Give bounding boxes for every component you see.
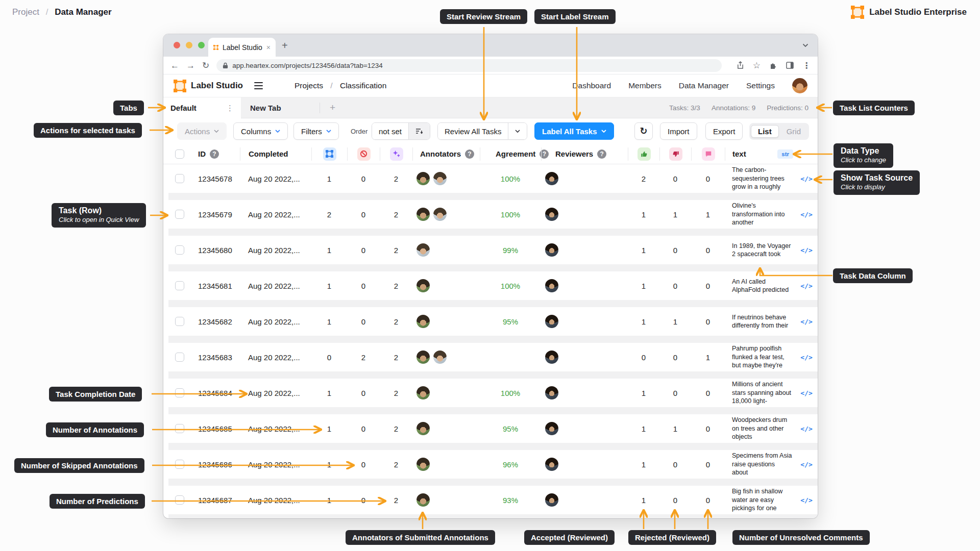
table-row[interactable]: 12345681Aug 20 2022,...102100%100An AI c… [168, 271, 818, 300]
header-agreement[interactable]: Agreement ? [480, 147, 541, 161]
task-source-icon[interactable]: </> [796, 236, 817, 264]
breadcrumb-project[interactable]: Project [12, 7, 39, 17]
reviewer-avatar[interactable] [544, 457, 559, 472]
share-icon[interactable] [737, 61, 744, 69]
browser-tab[interactable]: Label Studio × [208, 38, 276, 57]
grid-view-button[interactable]: Grid [780, 126, 807, 137]
nav-dashboard[interactable]: Dashboard [572, 81, 611, 90]
task-id-cell[interactable]: 12345684 [191, 379, 240, 407]
annotator-avatar[interactable] [415, 492, 431, 508]
annotations-count-cell[interactable]: 1 [311, 271, 347, 300]
header-id[interactable]: ID ? [191, 147, 240, 161]
hamburger-menu-icon[interactable] [254, 82, 263, 89]
task-source-icon[interactable]: </> [796, 200, 817, 229]
tab-list-chevron-icon[interactable] [802, 40, 808, 49]
help-icon[interactable]: ? [597, 149, 606, 159]
completed-date-cell[interactable]: Aug 20 2022,... [240, 414, 311, 443]
extension-icon[interactable] [769, 61, 777, 69]
task-id-cell[interactable]: 12345682 [191, 307, 240, 336]
tab-default[interactable]: Default ⋮ [163, 97, 241, 118]
reviewer-avatar[interactable] [544, 385, 559, 400]
task-id-cell[interactable]: 12345679 [191, 200, 240, 229]
skipped-count-cell[interactable]: 0 [347, 271, 380, 300]
label-options-chevron-icon[interactable] [601, 130, 606, 133]
help-icon[interactable]: ? [210, 149, 219, 159]
task-id-cell[interactable]: 12345683 [191, 343, 240, 371]
predictions-count-cell[interactable]: 2 [380, 271, 412, 300]
data-type-badge[interactable]: str [777, 149, 793, 159]
header-predictions-count[interactable] [380, 147, 412, 161]
skipped-count-cell[interactable]: 2 [347, 343, 380, 371]
skipped-count-cell[interactable]: 0 [347, 200, 380, 229]
user-avatar[interactable] [792, 78, 807, 93]
predictions-count-cell[interactable]: 2 [380, 486, 412, 514]
task-source-icon[interactable]: </> [796, 414, 817, 443]
predictions-count-cell[interactable]: 2 [380, 200, 412, 229]
breadcrumb-projects[interactable]: Projects [295, 81, 323, 90]
predictions-count-cell[interactable]: 2 [380, 236, 412, 264]
label-all-tasks-button[interactable]: Label All Tasks [534, 122, 614, 140]
header-text-column[interactable]: text str [725, 147, 796, 161]
annotations-count-cell[interactable]: 1 [311, 236, 347, 264]
completed-date-cell[interactable]: Aug 20 2022,... [240, 486, 311, 514]
task-source-icon[interactable]: </> [796, 450, 817, 479]
predictions-count-cell[interactable]: 2 [380, 379, 412, 407]
reviewer-avatar[interactable] [544, 349, 559, 365]
annotations-count-cell[interactable]: 1 [311, 486, 347, 514]
nav-members[interactable]: Members [628, 81, 662, 90]
task-id-cell[interactable]: 12345678 [191, 164, 240, 193]
annotations-count-cell[interactable]: 1 [311, 307, 347, 336]
add-tab-icon[interactable]: + [330, 102, 335, 113]
task-text-cell[interactable]: Pahrump poolfish flunked a fear test, bu… [725, 343, 796, 371]
annotator-avatar[interactable] [415, 171, 431, 186]
table-row[interactable]: 12345687Aug 20 2022,...10293%100Big fish… [168, 486, 818, 514]
skipped-count-cell[interactable]: 0 [347, 486, 380, 514]
row-checkbox[interactable] [175, 281, 184, 290]
annotator-avatar[interactable] [432, 349, 448, 365]
annotator-avatar[interactable] [415, 421, 431, 436]
annotations-count-cell[interactable]: 1 [311, 164, 347, 193]
completed-date-cell[interactable]: Aug 20 2022,... [240, 307, 311, 336]
annotator-avatar[interactable] [415, 385, 431, 400]
skipped-count-cell[interactable]: 0 [347, 236, 380, 264]
browser-menu-kebab-icon[interactable]: ⋮ [802, 61, 811, 70]
annotator-avatar[interactable] [415, 457, 431, 472]
header-rejected-count[interactable] [659, 147, 691, 161]
nav-settings[interactable]: Settings [746, 81, 775, 90]
order-value[interactable]: not set [372, 123, 408, 139]
reload-icon[interactable]: ↻ [202, 61, 209, 70]
table-row[interactable]: 12345684Aug 20 2022,...102100%100Million… [168, 379, 818, 407]
table-row[interactable]: 12345686Aug 20 2022,...10296%100Specimen… [168, 450, 818, 479]
review-options-chevron-icon[interactable] [508, 123, 527, 139]
review-all-tasks-button[interactable]: Review All Tasks [437, 122, 527, 140]
new-browser-tab-button[interactable]: + [282, 40, 288, 52]
address-bar[interactable]: app.heartex.com/projects/123456/data?tab… [216, 59, 722, 72]
reviewer-avatar[interactable] [544, 242, 559, 258]
task-text-cell[interactable]: Olivine's transformation into another [725, 200, 796, 229]
task-text-cell[interactable]: The carbon-sequestering trees grow in a … [725, 164, 796, 193]
predictions-count-cell[interactable]: 2 [380, 414, 412, 443]
annotator-avatar[interactable] [415, 349, 431, 365]
completed-date-cell[interactable]: Aug 20 2022,... [240, 236, 311, 264]
task-text-cell[interactable]: Big fish in shallow water are easy picki… [725, 486, 796, 514]
row-checkbox[interactable] [175, 245, 184, 255]
task-text-cell[interactable]: Millions of ancient stars spanning about… [725, 379, 796, 407]
task-source-icon[interactable]: </> [796, 343, 817, 371]
annotations-count-cell[interactable]: 1 [311, 379, 347, 407]
task-text-cell[interactable]: Specimens from Asia raise questions abou… [725, 450, 796, 479]
back-icon[interactable]: ← [170, 61, 179, 70]
ordering-control[interactable]: not set [372, 122, 430, 140]
tab-menu-kebab-icon[interactable]: ⋮ [226, 104, 234, 113]
completed-date-cell[interactable]: Aug 20 2022,... [240, 200, 311, 229]
row-checkbox[interactable] [175, 210, 184, 219]
task-id-cell[interactable]: 12345681 [191, 271, 240, 300]
task-source-icon[interactable]: </> [796, 164, 817, 193]
reviewer-avatar[interactable] [544, 314, 559, 329]
header-accepted-count[interactable] [628, 147, 659, 161]
close-tab-icon[interactable]: × [266, 43, 271, 52]
header-completed[interactable]: Completed [240, 147, 311, 161]
row-checkbox[interactable] [175, 460, 184, 469]
table-row[interactable]: 12345679Aug 20 2022,...202100%111Olivine… [168, 200, 818, 229]
task-text-cell[interactable]: An AI called AlphaFold predicted [725, 271, 796, 300]
row-checkbox[interactable] [175, 353, 184, 362]
